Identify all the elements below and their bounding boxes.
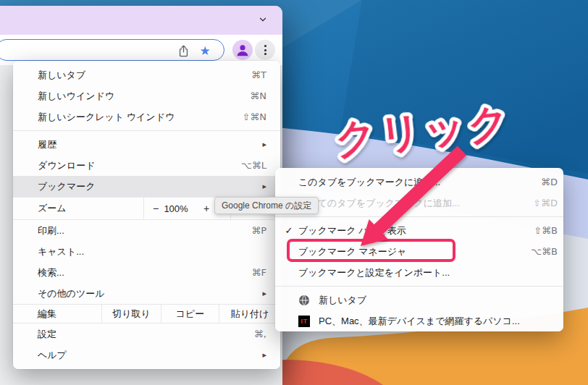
menu-item-label: 新しいタブ	[319, 294, 366, 307]
chrome-main-menu: 新しいタブ⌘T 新しいウインドウ⌘N 新しいシークレット ウインドウ⇧⌘N 履歴…	[13, 61, 280, 369]
menu-item-label: 新しいシークレット ウインドウ	[38, 111, 175, 124]
menu-button-tooltip: Google Chrome の設定	[214, 197, 319, 214]
shortcut: ⇧⌘D	[533, 198, 558, 208]
menu-item-cast[interactable]: キャスト...	[13, 241, 280, 262]
menu-item-label: ブックマーク バーを表示	[298, 224, 406, 237]
menu-separator	[13, 130, 280, 131]
copy-button[interactable]: コピー	[161, 305, 219, 323]
globe-icon	[298, 295, 310, 306]
window-toolbar	[0, 6, 282, 35]
submenu-item-import-bookmarks[interactable]: ブックマークと設定をインポート...	[275, 262, 563, 283]
bookmark-star-icon[interactable]: ★	[198, 43, 212, 58]
address-input[interactable]	[7, 42, 159, 58]
menu-item-more-tools[interactable]: その他のツール▸	[13, 283, 280, 304]
menu-item-label: ダウンロード	[38, 159, 96, 172]
menu-item-new-incognito-window[interactable]: 新しいシークレット ウインドウ⇧⌘N	[13, 106, 280, 127]
checkmark-icon: ✓	[281, 225, 297, 236]
cut-button[interactable]: 切り取り	[101, 305, 161, 323]
shortcut: ⌘N	[250, 90, 266, 101]
shortcut: ⇧⌘B	[534, 225, 558, 236]
submenu-arrow-icon: ▸	[262, 289, 266, 298]
menu-item-label: 設定	[38, 328, 56, 341]
menu-item-label: その他のツール	[38, 287, 105, 300]
menu-item-label: ヘルプ	[38, 349, 67, 362]
menu-item-label: ブックマークと設定をインポート...	[298, 266, 450, 279]
copy-label: コピー	[176, 308, 205, 321]
toolbar-collapse-button[interactable]	[253, 13, 272, 28]
paste-button[interactable]: 貼り付け	[219, 305, 280, 323]
menu-item-label: すべてのタブをブックマークに追加...	[298, 197, 460, 210]
shortcut: ⇧⌘N	[242, 111, 266, 122]
submenu-item-bookmark-manager[interactable]: ブックマーク マネージャ⌥⌘B	[275, 241, 563, 262]
share-icon[interactable]	[176, 43, 190, 58]
submenu-arrow-icon: ▸	[262, 140, 266, 149]
submenu-item-site-bookmark[interactable]: IT PC、Mac、最新デバイスまで網羅するパソコ...	[275, 310, 563, 331]
chevron-down-icon	[256, 14, 269, 25]
menu-item-label: 新しいウインドウ	[38, 90, 114, 103]
menu-item-settings[interactable]: 設定⌘,	[13, 323, 280, 344]
shortcut: ⌘,	[254, 329, 266, 339]
menu-item-help[interactable]: ヘルプ▸	[13, 344, 280, 365]
person-icon	[235, 42, 251, 58]
divider	[143, 198, 144, 219]
menu-separator	[275, 216, 563, 217]
menu-item-label: 編集	[38, 308, 56, 321]
profile-avatar-button[interactable]	[232, 40, 253, 60]
zoom-level-value: 100%	[154, 203, 198, 214]
address-bar[interactable]: ★	[0, 39, 224, 61]
shortcut: ⌘D	[541, 177, 558, 187]
zoom-in-button[interactable]: +	[198, 203, 214, 214]
menu-item-label: このタブをブックマークに追加...	[298, 176, 440, 189]
menu-item-history[interactable]: 履歴▸	[13, 134, 280, 155]
shortcut: ⌥⌘L	[241, 160, 266, 171]
menu-item-print[interactable]: 印刷...⌘P	[13, 220, 280, 241]
menu-item-bookmarks[interactable]: ブックマーク▸	[13, 176, 280, 197]
submenu-item-show-bookmarks-bar[interactable]: ✓ブックマーク バーを表示⇧⌘B	[275, 220, 563, 241]
screenshot-root: ★ 新しいタブ⌘T 新しいウインドウ⌘N 新しいシークレット ウインドウ⇧⌘N …	[0, 0, 588, 385]
menu-item-new-window[interactable]: 新しいウインドウ⌘N	[13, 85, 280, 106]
edit-label: 編集	[13, 305, 101, 323]
menu-item-label: 印刷...	[38, 224, 64, 237]
menu-item-find[interactable]: 検索...⌘F	[13, 262, 280, 283]
menu-item-label: PC、Mac、最新デバイスまで網羅するパソコ...	[319, 315, 520, 328]
submenu-item-add-tab-bookmark[interactable]: このタブをブックマークに追加...⌘D	[275, 172, 563, 192]
shortcut: ⌘T	[251, 69, 266, 80]
submenu-arrow-icon: ▸	[262, 182, 266, 191]
submenu-arrow-icon: ▸	[262, 350, 266, 360]
shortcut: ⌘F	[252, 267, 266, 278]
menu-item-label: 新しいタブ	[38, 69, 85, 82]
menu-item-label: 検索...	[38, 266, 64, 279]
menu-item-label: キャスト...	[38, 245, 84, 258]
menu-item-label: ズーム	[38, 202, 67, 215]
chrome-menu-button[interactable]	[255, 40, 275, 60]
paste-label: 貼り付け	[231, 308, 269, 321]
kebab-dot	[264, 49, 266, 51]
menu-item-downloads[interactable]: ダウンロード⌥⌘L	[13, 155, 280, 176]
site-favicon: IT	[298, 316, 310, 327]
menu-item-label: 履歴	[38, 138, 56, 151]
bookmarks-submenu: このタブをブックマークに追加...⌘D すべてのタブをブックマークに追加...⇧…	[275, 168, 563, 331]
menu-item-label: ブックマーク	[38, 180, 96, 193]
submenu-item-bookmark-new-tab[interactable]: 新しいタブ	[275, 289, 563, 310]
kebab-dot	[264, 45, 266, 47]
shortcut: ⌥⌘B	[531, 246, 558, 257]
kebab-dot	[264, 53, 266, 55]
menu-item-edit: 編集 切り取り コピー 貼り付け	[13, 304, 280, 323]
cut-label: 切り取り	[112, 308, 151, 321]
menu-item-new-tab[interactable]: 新しいタブ⌘T	[13, 64, 280, 85]
menu-separator	[275, 286, 563, 287]
menu-item-label: ブックマーク マネージャ	[298, 245, 406, 258]
shortcut: ⌘P	[251, 225, 266, 236]
